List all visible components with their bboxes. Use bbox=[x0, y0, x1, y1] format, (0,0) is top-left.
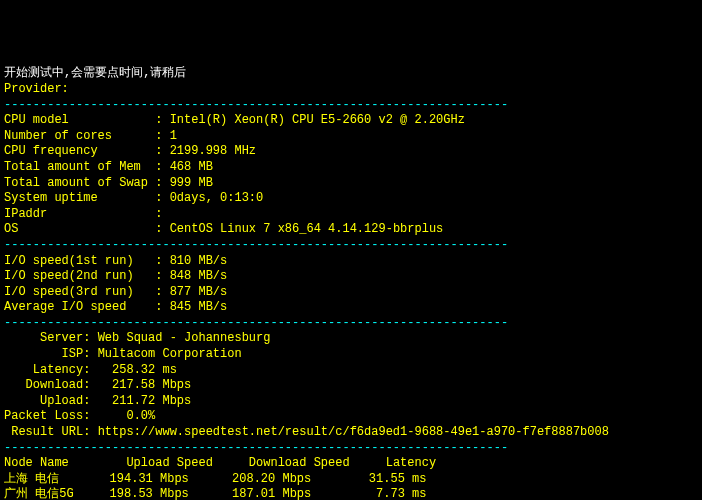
upload-value: 211.72 Mbps bbox=[112, 394, 191, 408]
ipaddr-key: IPaddr bbox=[4, 207, 47, 221]
io2-key: I/O speed(2nd run) bbox=[4, 269, 134, 283]
freq-key: CPU frequency bbox=[4, 144, 98, 158]
uptime-key: System uptime bbox=[4, 191, 98, 205]
cpu-model-key: CPU model bbox=[4, 113, 69, 127]
header-line: 开始测试中,会需要点时间,请稍后 bbox=[4, 66, 186, 80]
io3-key: I/O speed(3rd run) bbox=[4, 285, 134, 299]
io2-value: 848 MB/s bbox=[170, 269, 228, 283]
loss-key: Packet Loss: bbox=[4, 409, 90, 423]
latency-key: Latency: bbox=[33, 363, 91, 377]
provider-label: Provider: bbox=[4, 82, 69, 96]
terminal-output: 开始测试中,会需要点时间,请稍后 Provider: -------------… bbox=[4, 66, 698, 500]
loss-value: 0.0% bbox=[126, 409, 155, 423]
os-key: OS bbox=[4, 222, 18, 236]
cores-value: 1 bbox=[170, 129, 177, 143]
io3-value: 877 MB/s bbox=[170, 285, 228, 299]
uptime-value: 0days, 0:13:0 bbox=[170, 191, 264, 205]
ioavg-key: Average I/O speed bbox=[4, 300, 126, 314]
os-value: CentOS Linux 7 x86_64 4.14.129-bbrplus bbox=[170, 222, 444, 236]
isp-key: ISP: bbox=[62, 347, 91, 361]
cpu-model-value: Intel(R) Xeon(R) CPU E5-2660 v2 @ 2.20GH… bbox=[170, 113, 465, 127]
download-value: 217.58 Mbps bbox=[112, 378, 191, 392]
io1-value: 810 MB/s bbox=[170, 254, 228, 268]
divider: ----------------------------------------… bbox=[4, 98, 508, 112]
mem-key: Total amount of Mem bbox=[4, 160, 141, 174]
nodes-header: Node Name Upload Speed Download Speed La… bbox=[4, 456, 436, 470]
freq-value: 2199.998 MHz bbox=[170, 144, 256, 158]
io1-key: I/O speed(1st run) bbox=[4, 254, 134, 268]
result-key: Result URL: bbox=[11, 425, 90, 439]
mem-value: 468 MB bbox=[170, 160, 213, 174]
divider: ----------------------------------------… bbox=[4, 316, 508, 330]
swap-key: Total amount of Swap bbox=[4, 176, 148, 190]
result-url: https://www.speedtest.net/result/c/f6da9… bbox=[98, 425, 609, 439]
server-key: Server: bbox=[40, 331, 90, 345]
latency-value: 258.32 ms bbox=[112, 363, 177, 377]
divider: ----------------------------------------… bbox=[4, 238, 508, 252]
ioavg-value: 845 MB/s bbox=[170, 300, 228, 314]
cores-key: Number of cores bbox=[4, 129, 112, 143]
divider: ----------------------------------------… bbox=[4, 441, 508, 455]
swap-value: 999 MB bbox=[170, 176, 213, 190]
isp-value: Multacom Corporation bbox=[98, 347, 242, 361]
server-value: Web Squad - Johannesburg bbox=[98, 331, 271, 345]
download-key: Download: bbox=[26, 378, 91, 392]
upload-key: Upload: bbox=[40, 394, 90, 408]
